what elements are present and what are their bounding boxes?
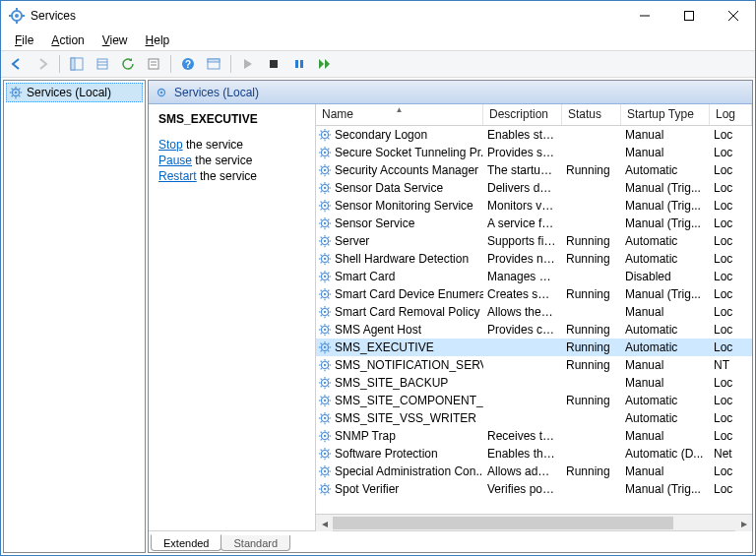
scroll-right-icon[interactable]: ▸ — [735, 515, 752, 531]
svg-line-32 — [19, 95, 20, 96]
start-service-button[interactable] — [236, 53, 260, 75]
menu-action[interactable]: Action — [43, 31, 92, 49]
service-row[interactable]: Special Administration Con...Allows adm.… — [316, 463, 752, 480]
column-headers: ▲ Name Description Status Startup Type L… — [316, 104, 752, 126]
service-name: Spot Verifier — [335, 482, 399, 496]
col-description[interactable]: Description — [483, 104, 562, 125]
tree-root-services-local[interactable]: Services (Local) — [6, 83, 143, 102]
tab-extended[interactable]: Extended — [151, 534, 221, 551]
scroll-thumb[interactable] — [333, 517, 673, 529]
service-description: Delivers dat... — [483, 181, 562, 195]
show-hide-tree-button[interactable] — [65, 53, 89, 75]
service-row[interactable]: Secure Socket Tunneling Pr...Provides su… — [316, 144, 752, 161]
svg-point-88 — [324, 222, 326, 224]
forward-button[interactable] — [31, 53, 54, 75]
svg-line-136 — [328, 290, 329, 291]
svg-line-195 — [321, 403, 322, 404]
restart-link[interactable]: Restart — [158, 169, 197, 183]
service-description: Provides su... — [483, 146, 562, 159]
service-logon: Loc — [710, 411, 752, 425]
service-startup-type: Automatic (D... — [621, 447, 710, 461]
pause-link[interactable]: Pause — [158, 154, 192, 167]
col-startup-type[interactable]: Startup Type — [621, 104, 710, 125]
service-status: Running — [562, 340, 621, 354]
service-row[interactable]: Smart Card Device Enumera...Creates soft… — [316, 285, 752, 303]
service-row[interactable]: SMS_NOTIFICATION_SERVERRunningManualNT — [316, 356, 752, 374]
svg-line-213 — [321, 432, 322, 433]
selected-service-name: SMS_EXECUTIVE — [158, 112, 305, 126]
gear-icon — [318, 163, 332, 177]
service-name: Special Administration Con... — [335, 464, 483, 478]
svg-line-65 — [321, 173, 322, 174]
svg-rect-7 — [684, 12, 693, 21]
service-row[interactable]: Sensor Data ServiceDelivers dat...Manual… — [316, 179, 752, 197]
service-row[interactable]: SNMP TrapReceives tra...ManualLoc — [316, 427, 752, 445]
service-row[interactable]: SMS_EXECUTIVERunningAutomaticLoc — [316, 339, 752, 356]
pause-service-button[interactable] — [287, 53, 311, 75]
service-row[interactable]: Shell Hardware DetectionProvides no...Ru… — [316, 250, 752, 268]
svg-line-164 — [328, 350, 329, 351]
service-row[interactable]: Smart CardManages ac...DisabledLoc — [316, 268, 752, 285]
properties-button[interactable] — [142, 53, 165, 75]
service-description: Monitors va... — [483, 199, 562, 213]
menu-file[interactable]: File — [7, 31, 41, 49]
svg-line-114 — [328, 262, 329, 263]
console-tree-button[interactable] — [202, 53, 225, 75]
stop-link[interactable]: Stop — [158, 138, 183, 152]
menu-view[interactable]: View — [94, 31, 136, 49]
help-button[interactable]: ? — [176, 53, 200, 75]
service-status: Running — [562, 234, 621, 248]
svg-point-26 — [15, 92, 18, 94]
service-row[interactable]: Sensor ServiceA service fo...Manual (Tri… — [316, 215, 752, 232]
service-row[interactable]: Smart Card Removal PolicyAllows the s...… — [316, 303, 752, 321]
svg-line-93 — [321, 219, 322, 220]
minimize-button[interactable] — [622, 1, 666, 31]
service-row[interactable]: Security Accounts ManagerThe startup ...… — [316, 161, 752, 179]
menu-help[interactable]: Help — [138, 31, 178, 49]
service-rows[interactable]: Secondary LogonEnables star...ManualLocS… — [316, 126, 752, 514]
back-button[interactable] — [5, 53, 29, 75]
service-row[interactable]: Secondary LogonEnables star...ManualLoc — [316, 126, 752, 144]
refresh-button[interactable] — [116, 53, 140, 75]
svg-line-133 — [321, 290, 322, 291]
service-row[interactable]: SMS_SITE_VSS_WRITERAutomaticLoc — [316, 409, 752, 427]
service-name: SMS_SITE_BACKUP — [335, 376, 448, 390]
service-logon: Loc — [710, 270, 752, 283]
svg-rect-15 — [149, 59, 158, 69]
tree-pane: Services (Local) — [3, 80, 146, 553]
service-description: Provides ch... — [483, 323, 562, 337]
col-status[interactable]: Status — [562, 104, 621, 125]
svg-line-233 — [321, 467, 322, 468]
svg-line-73 — [321, 184, 322, 185]
restart-service-button[interactable] — [313, 53, 337, 75]
col-log-on-as[interactable]: Log — [710, 104, 752, 125]
gear-icon — [318, 146, 332, 159]
service-description: Supports fil... — [483, 234, 562, 248]
service-row[interactable]: Software ProtectionEnables the ...Automa… — [316, 445, 752, 463]
export-list-button[interactable] — [91, 53, 114, 75]
close-button[interactable] — [711, 1, 755, 31]
svg-line-64 — [328, 173, 329, 174]
window-title: Services — [31, 9, 622, 23]
col-name[interactable]: ▲ Name — [316, 104, 483, 125]
service-row[interactable]: SMS Agent HostProvides ch...RunningAutom… — [316, 321, 752, 339]
scroll-left-icon[interactable]: ◂ — [316, 515, 333, 531]
service-row[interactable]: SMS_SITE_COMPONENT_M...RunningAutomaticL… — [316, 392, 752, 409]
service-status: Running — [562, 464, 621, 478]
stop-service-button[interactable] — [262, 53, 285, 75]
service-row[interactable]: SMS_SITE_BACKUPManualLoc — [316, 374, 752, 392]
client-area: Services (Local) Services (Local) SMS_EX… — [1, 78, 755, 555]
svg-line-244 — [328, 492, 329, 493]
svg-text:?: ? — [185, 59, 191, 70]
restart-action: Restart the service — [158, 169, 305, 183]
service-row[interactable]: Spot VerifierVerifies pote...Manual (Tri… — [316, 480, 752, 498]
gear-icon — [318, 199, 332, 213]
horizontal-scrollbar[interactable]: ◂ ▸ — [316, 514, 752, 530]
service-name: Sensor Data Service — [335, 181, 443, 195]
service-row[interactable]: ServerSupports fil...RunningAutomaticLoc — [316, 232, 752, 250]
service-name: Secondary Logon — [335, 128, 427, 142]
tab-standard[interactable]: Standard — [220, 535, 290, 551]
service-row[interactable]: Sensor Monitoring ServiceMonitors va...M… — [316, 197, 752, 215]
maximize-button[interactable] — [666, 1, 711, 31]
panel-body: SMS_EXECUTIVE Stop the service Pause the… — [149, 104, 752, 530]
